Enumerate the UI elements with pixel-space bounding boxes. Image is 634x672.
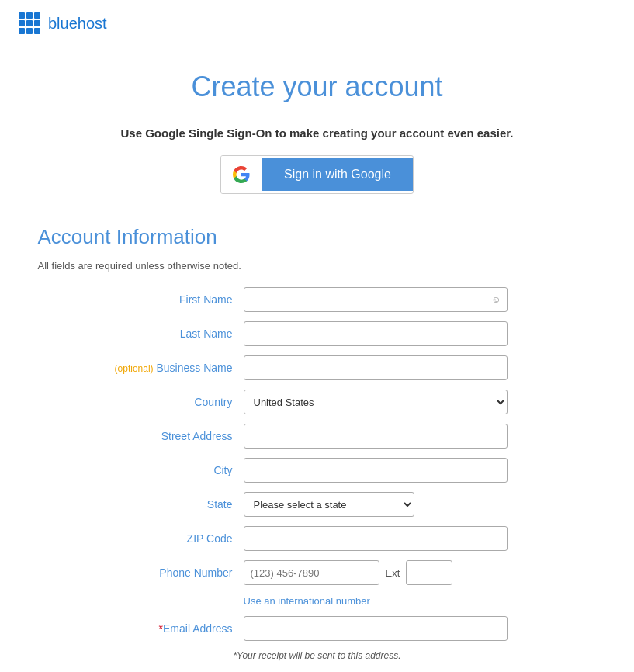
email-address-label: *Email Address [38,622,244,635]
phone-ext-input[interactable] [406,560,452,585]
optional-label: (optional) [115,363,154,374]
first-name-input-wrap: ☺ [244,287,508,312]
bluehost-logo-grid [19,12,40,34]
first-name-input[interactable] [244,287,508,312]
page-header: bluehost [0,0,634,47]
last-name-input[interactable] [244,321,508,346]
city-input[interactable] [244,458,508,483]
email-address-row: *Email Address [38,616,597,641]
google-btn-label: Sign in with Google [262,158,413,191]
phone-number-input[interactable] [244,560,379,585]
country-row: Country United States Canada United King… [38,390,597,414]
street-address-input[interactable] [244,424,508,449]
ext-label: Ext [386,567,400,579]
zip-code-label: ZIP Code [38,532,244,545]
state-row: State Please select a state Alabama Alas… [38,492,597,517]
account-information-section: Account Information All fields are requi… [38,225,597,661]
phone-number-label: Phone Number [38,566,244,579]
last-name-row: Last Name [38,321,597,346]
phone-input-group: Ext [244,560,453,585]
international-link-row: Use an international number [38,594,597,607]
sign-in-with-google-button[interactable]: Sign in with Google [220,155,414,194]
sso-section: Use Google Single Sign-On to make creati… [38,126,597,194]
google-g-icon [221,156,262,193]
phone-number-row: Phone Number Ext [38,560,597,585]
country-label: Country [38,396,244,408]
state-label: State [38,498,244,511]
country-select[interactable]: United States Canada United Kingdom Aust… [244,390,508,414]
first-name-label: First Name [38,293,244,306]
business-name-input[interactable] [244,355,508,380]
city-label: City [38,464,244,476]
city-row: City [38,458,597,483]
account-section-title: Account Information [38,225,597,249]
business-name-text: Business Name [156,362,232,374]
zip-code-row: ZIP Code [38,526,597,551]
last-name-label: Last Name [38,327,244,340]
logo-text: bluehost [48,15,107,33]
person-icon: ☺ [491,294,501,305]
sso-description: Use Google Single Sign-On to make creati… [38,126,597,140]
business-name-row: (optional) Business Name [38,355,597,380]
street-address-label: Street Address [38,430,244,442]
email-label-text: Email Address [163,622,232,635]
state-select[interactable]: Please select a state Alabama Alaska Ari… [244,492,414,517]
business-name-label: (optional) Business Name [38,362,244,374]
required-note: All fields are required unless otherwise… [38,260,597,272]
email-address-input[interactable] [244,616,508,641]
page-title: Create your account [38,71,597,103]
international-number-link[interactable]: Use an international number [244,595,370,607]
street-address-row: Street Address [38,424,597,449]
email-receipt-note: *Your receipt will be sent to this addre… [38,650,597,661]
main-content: Create your account Use Google Single Si… [23,47,612,672]
first-name-row: First Name ☺ [38,287,597,312]
zip-code-input[interactable] [244,526,508,551]
